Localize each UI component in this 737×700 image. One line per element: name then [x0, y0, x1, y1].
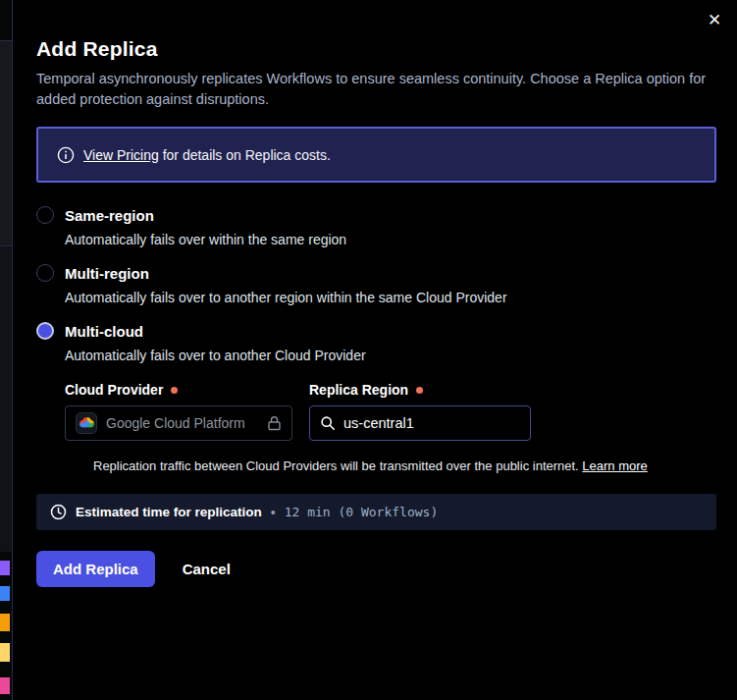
option-description: Automatically fails over within the same… [65, 232, 716, 247]
radio-multi-region[interactable]: Multi-region [36, 264, 716, 282]
add-replica-modal: ✕ Add Replica Temporal asynchronously re… [13, 0, 737, 700]
option-multi-region: Multi-region Automatically fails over to… [36, 264, 716, 305]
public-internet-note: Replication traffic between Cloud Provid… [93, 458, 716, 473]
cloud-provider-value: Google Cloud Platform [106, 415, 258, 431]
option-label: Same-region [65, 207, 154, 224]
field-label-text: Cloud Provider [65, 382, 163, 398]
rail-color-swatch [0, 614, 10, 631]
required-dot-icon [171, 387, 178, 394]
estimated-time-banner: Estimated time for replication • 12 min … [36, 494, 716, 530]
rail-block [0, 246, 12, 552]
rail-block [0, 41, 12, 245]
add-replica-button[interactable]: Add Replica [36, 551, 155, 587]
rail-color-swatch [0, 677, 10, 694]
rail-color-swatch [0, 561, 10, 575]
cancel-button[interactable]: Cancel [183, 561, 231, 577]
replica-region-input[interactable] [343, 415, 500, 431]
search-icon [320, 415, 336, 431]
estimate-value: 12 min (0 Workflows) [285, 505, 439, 519]
gcp-logo-icon [76, 412, 97, 434]
radio-unselected-icon[interactable] [36, 206, 54, 224]
option-same-region: Same-region Automatically fails over wit… [36, 206, 716, 247]
estimate-separator: • [271, 505, 276, 520]
pricing-banner-rest: for details on Replica costs. [159, 147, 331, 163]
close-icon[interactable]: ✕ [701, 6, 728, 33]
rail-color-swatch [0, 586, 10, 601]
background-page-edge [0, 0, 13, 700]
pricing-banner-text: View Pricing for details on Replica cost… [83, 147, 331, 163]
note-text: Replication traffic between Cloud Provid… [93, 458, 582, 473]
required-dot-icon [416, 387, 423, 394]
radio-selected-icon[interactable] [36, 322, 54, 340]
view-pricing-link[interactable]: View Pricing [83, 147, 159, 163]
replica-region-label: Replica Region [309, 382, 423, 398]
option-description: Automatically fails over to another regi… [65, 290, 716, 305]
option-label: Multi-cloud [65, 323, 143, 340]
option-multi-cloud: Multi-cloud Automatically fails over to … [36, 322, 716, 473]
radio-unselected-icon[interactable] [36, 264, 54, 282]
replica-option-list: Same-region Automatically fails over wit… [36, 206, 716, 473]
info-circle-icon [57, 146, 75, 164]
rail-color-swatch [0, 643, 10, 662]
field-label-text: Replica Region [309, 382, 408, 398]
multi-cloud-form: Cloud Provider Replica Region [65, 382, 716, 473]
learn-more-link[interactable]: Learn more [582, 458, 647, 473]
modal-actions: Add Replica Cancel [36, 551, 716, 587]
pricing-info-banner: View Pricing for details on Replica cost… [36, 127, 716, 183]
option-label: Multi-region [65, 265, 149, 282]
clock-icon [50, 504, 67, 520]
cloud-provider-label: Cloud Provider [65, 382, 309, 398]
modal-description: Temporal asynchronously replicates Workf… [36, 69, 713, 110]
lock-icon [267, 415, 282, 431]
radio-multi-cloud[interactable]: Multi-cloud [36, 322, 716, 340]
page-title: Add Replica [36, 0, 716, 61]
replica-region-field[interactable] [309, 405, 531, 441]
cloud-provider-select[interactable]: Google Cloud Platform [65, 405, 292, 441]
option-description: Automatically fails over to another Clou… [65, 348, 716, 363]
radio-same-region[interactable]: Same-region [36, 206, 716, 224]
estimate-label: Estimated time for replication [76, 505, 262, 519]
